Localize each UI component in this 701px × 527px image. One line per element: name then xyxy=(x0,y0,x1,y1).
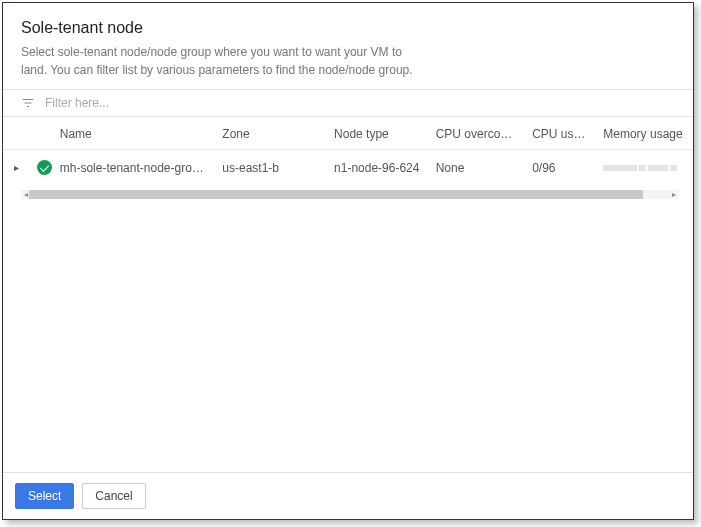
mem-seg xyxy=(603,165,637,171)
dialog-header: Sole-tenant node Select sole-tenant node… xyxy=(3,3,693,89)
cell-name[interactable]: mh-sole-tenant-node-group... xyxy=(52,150,215,186)
col-memusage[interactable]: Memory usage xyxy=(595,117,692,150)
status-cell xyxy=(29,150,51,186)
col-nodetype[interactable]: Node type xyxy=(326,117,428,150)
cell-nodetype: n1-node-96-624 xyxy=(326,150,428,186)
spacer xyxy=(3,201,693,472)
scrollbar-thumb[interactable] xyxy=(29,190,643,199)
node-table: Name Zone Node type CPU overcommit CPU u… xyxy=(3,117,693,185)
expand-row-icon[interactable]: ▸ xyxy=(3,150,29,186)
mem-seg xyxy=(670,165,677,171)
scroll-left-icon[interactable]: ◂ xyxy=(21,189,31,200)
table-header-row: Name Zone Node type CPU overcommit CPU u… xyxy=(3,117,693,150)
filter-input[interactable] xyxy=(45,96,675,110)
col-status xyxy=(29,117,51,150)
select-button[interactable]: Select xyxy=(15,483,74,509)
mem-seg xyxy=(639,165,646,171)
scroll-right-icon[interactable]: ▸ xyxy=(669,189,679,200)
dialog-footer: Select Cancel xyxy=(3,472,693,519)
sole-tenant-dialog: Sole-tenant node Select sole-tenant node… xyxy=(2,2,694,520)
cell-overcommit: None xyxy=(428,150,525,186)
horizontal-scrollbar[interactable]: ◂ ▸ xyxy=(3,189,693,201)
col-zone[interactable]: Zone xyxy=(214,117,326,150)
dialog-description: Select sole-tenant node/node group where… xyxy=(21,43,421,79)
mem-seg xyxy=(648,165,668,171)
cell-cpuusage: 0/96 xyxy=(524,150,595,186)
col-overcommit[interactable]: CPU overcommit xyxy=(428,117,525,150)
col-cpuusage[interactable]: CPU usage xyxy=(524,117,595,150)
cell-zone: us-east1-b xyxy=(214,150,326,186)
filter-bar xyxy=(3,89,693,117)
cell-memusage xyxy=(595,150,692,186)
col-expand xyxy=(3,117,29,150)
filter-icon xyxy=(21,96,35,110)
status-ok-icon xyxy=(37,160,51,175)
col-maintenance[interactable]: Maintenance xyxy=(692,117,693,150)
col-name[interactable]: Name xyxy=(52,117,215,150)
memory-usage-bar xyxy=(603,165,684,171)
cancel-button[interactable]: Cancel xyxy=(82,483,145,509)
table-row[interactable]: ▸ mh-sole-tenant-node-group... us-east1-… xyxy=(3,150,693,186)
cell-maintenance: Default xyxy=(692,150,693,186)
node-table-wrap: Name Zone Node type CPU overcommit CPU u… xyxy=(3,117,693,201)
dialog-title: Sole-tenant node xyxy=(21,19,675,37)
